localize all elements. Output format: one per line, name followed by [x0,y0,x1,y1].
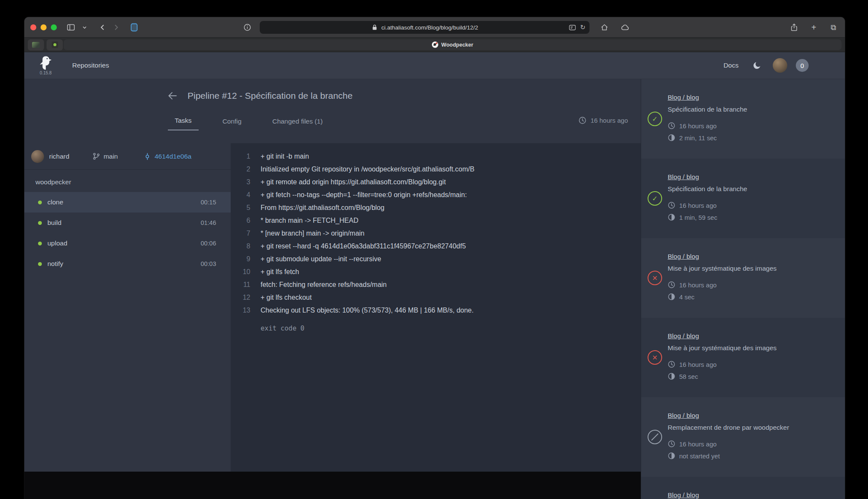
toolbar-right: + ⧉ [786,17,839,38]
browser-toolbar: ci.athaliasoft.com/Blog/blog/build/12/2 … [24,17,845,38]
nav-docs-link[interactable]: Docs [724,62,739,69]
exit-code: exit code 0 [261,325,633,332]
url-bar[interactable]: ci.athaliasoft.com/Blog/blog/build/12/2 … [260,21,589,34]
step-upload[interactable]: upload 00:06 [24,233,231,254]
user-avatar[interactable] [773,58,787,73]
step-notify[interactable]: notify 00:03 [24,254,231,274]
tab-changed-files[interactable]: Changed files (1) [265,118,329,130]
page-background-filler [24,472,641,499]
pipeline-tabs: Tasks Config Changed files (1) 16 hours … [24,111,641,130]
pipeline-title: Pipeline #12 - Spécification de la branc… [188,91,352,101]
duration-icon [668,213,675,221]
pinned-tab-2[interactable] [47,39,63,50]
console-line: 8+ git reset --hard -q 4614d1e06a3dabf31… [231,240,633,253]
feed-item[interactable]: ✕ Blog / blog Mise à jour systématique d… [641,318,845,397]
commit-icon [144,153,151,160]
feed-item[interactable]: ✓ Blog / blog Spécification de la branch… [641,79,845,159]
pinned-tab-1[interactable] [28,39,44,50]
step-build[interactable]: build 01:46 [24,213,231,233]
console-line: 9+ git submodule update --init --recursi… [231,253,633,266]
active-tab[interactable]: Woodpecker [64,39,842,50]
app-navbar: 0.15.8 Repositories Docs 0 [24,52,845,79]
tab-overview-icon[interactable]: ⧉ [828,21,839,34]
clock-icon [668,440,675,448]
woodpecker-logo[interactable]: 0.15.8 [35,56,56,75]
commit-meta-row: richard main 4614 [24,143,231,170]
status-success-icon: ✓ [648,191,662,206]
pipeline-content: richard main 4614 [24,143,641,472]
traffic-lights [30,24,57,30]
feed-repo-link[interactable]: Blog / blog [668,253,699,260]
clock-icon [668,122,675,130]
home-icon[interactable] [599,21,610,34]
close-window-button[interactable] [30,24,36,30]
feed-commit-message: Mise à jour systématique des images [668,265,835,272]
tab-title: Woodpecker [441,42,473,48]
feed-repo-link[interactable]: Blog / blog [668,94,699,101]
clock-icon [668,360,675,368]
console-line: 11fetch: Fetching reference refs/heads/m… [231,278,633,291]
console-line: 12+ git lfs checkout [231,291,633,304]
status-dot [38,201,42,204]
safari-window: ci.athaliasoft.com/Blog/blog/build/12/2 … [24,17,845,499]
back-button[interactable] [97,21,108,34]
new-tab-icon[interactable]: + [808,21,819,34]
start-page-icon[interactable] [129,21,140,34]
share-icon[interactable] [789,21,800,34]
tab-tasks[interactable]: Tasks [168,117,199,130]
feed-repo-link[interactable]: Blog / blog [668,412,699,419]
pipeline-header: Pipeline #12 - Spécification de la branc… [24,79,641,143]
duration-icon [668,452,675,460]
pinned-tab-favicon-2 [52,41,58,48]
info-icon[interactable] [242,21,253,34]
sidebar-toggle-icon[interactable] [65,21,76,34]
workflow-name: woodpecker [24,170,231,192]
app-version: 0.15.8 [40,71,52,75]
forward-button [111,21,122,34]
tab-config[interactable]: Config [216,118,249,130]
branch-icon [92,152,100,160]
console-line: 2Initialized empty Git repository in /wo… [231,163,633,176]
feed-item[interactable]: ✕ Blog / blog Mise à jour systématique d… [641,238,845,318]
woodpecker-favicon [432,41,438,48]
pipeline-feed: ✓ Blog / blog Spécification de la branch… [641,79,845,499]
reload-icon[interactable]: ↻ [580,24,586,31]
console-line: 6* branch main -> FETCH_HEAD [231,214,633,227]
status-dot [38,242,42,245]
pipeline-time-ago: 16 hours ago [578,116,628,130]
lock-icon [371,24,378,31]
feed-repo-link[interactable]: Blog / blog [668,491,699,499]
clock-icon [668,201,675,209]
feed-repo-link[interactable]: Blog / blog [668,173,699,181]
status-failure-icon: ✕ [648,350,662,365]
feed-item[interactable]: Blog / blog Remplacement de drone par wo… [641,397,845,477]
duration-icon [668,134,675,142]
nav-repositories-link[interactable]: Repositories [72,62,109,69]
steps-panel: richard main 4614 [24,143,231,472]
feed-commit-message: Spécification de la branche [668,106,835,113]
author-name: richard [49,153,69,160]
url-bar-right-icons: ↻ [569,21,586,34]
feed-item[interactable]: ✓ Blog / blog Spécification de la branch… [641,159,845,238]
app-body: Pipeline #12 - Spécification de la branc… [24,79,845,499]
chevron-down-icon[interactable] [79,21,90,34]
moon-icon[interactable] [752,61,762,70]
feed-repo-link[interactable]: Blog / blog [668,332,699,340]
step-clone[interactable]: clone 00:15 [24,192,231,213]
notification-badge[interactable]: 0 [796,59,809,72]
commit-link[interactable]: 4614d1e06a [144,153,191,160]
status-success-icon: ✓ [648,112,662,126]
clock-icon [668,281,675,289]
clock-icon [578,116,586,124]
console-output[interactable]: 1+ git init -b main 2Initialized empty G… [231,143,641,472]
site-badge-icon[interactable] [569,24,576,31]
console-line: 7* [new branch] main -> origin/main [231,227,633,240]
minimize-window-button[interactable] [41,24,47,30]
zoom-window-button[interactable] [51,24,57,30]
duration-icon [668,293,675,301]
feed-item[interactable]: Blog / blog [641,477,845,499]
tab-bar: Woodpecker [24,38,845,52]
cloud-icon[interactable] [619,21,630,34]
back-icon[interactable] [167,90,178,101]
feed-commit-message: Remplacement de drone par woodpecker [668,424,835,431]
